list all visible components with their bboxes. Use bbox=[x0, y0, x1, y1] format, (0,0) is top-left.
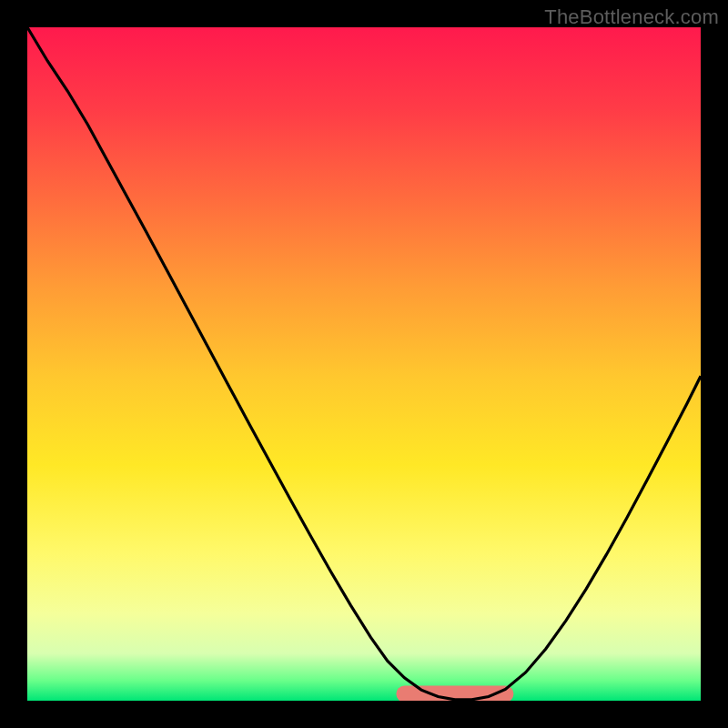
chart-frame: TheBottleneck.com bbox=[0, 0, 728, 728]
watermark-text: TheBottleneck.com bbox=[544, 5, 719, 29]
chart-svg bbox=[27, 27, 701, 701]
bottleneck-curve-line bbox=[27, 27, 701, 700]
chart-plot-area bbox=[27, 27, 701, 701]
